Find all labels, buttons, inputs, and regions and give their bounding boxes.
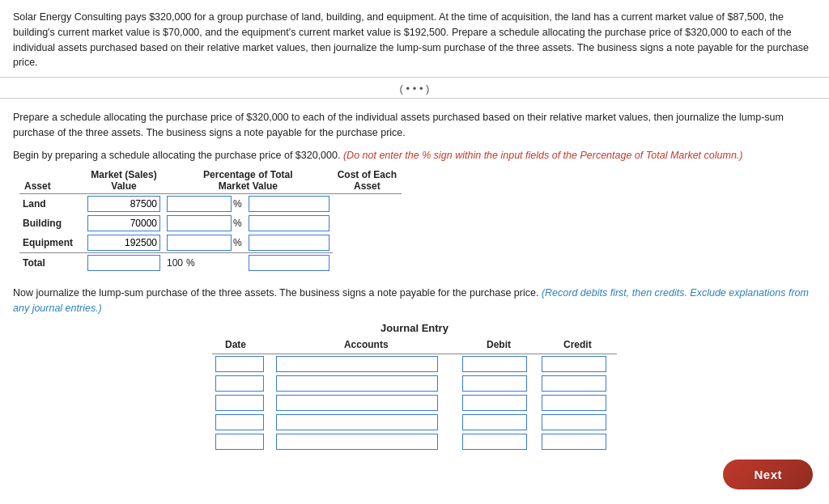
j-debit-input-3[interactable] [462, 395, 527, 411]
j-account-4[interactable] [273, 413, 459, 432]
land-cost-cell2[interactable] [245, 193, 333, 214]
j-credit-5[interactable] [538, 432, 617, 451]
journal-note-prefix: Now journalize the lump-sum purchase of … [13, 287, 538, 299]
col-market-line1: Market (Sales) [89, 169, 159, 180]
land-percent-input[interactable] [167, 196, 232, 212]
equipment-cost-input[interactable] [249, 235, 329, 251]
j-debit-5[interactable] [459, 432, 538, 451]
asset-land-label: Land [19, 193, 84, 214]
j-date-input-2[interactable] [215, 375, 264, 392]
j-date-1[interactable] [212, 354, 273, 375]
next-button-container: Next [723, 460, 813, 489]
schedule-table: Asset Market (Sales) Value Percentage of… [19, 167, 402, 273]
total-market-input[interactable] [87, 255, 160, 271]
j-debit-3[interactable] [459, 393, 538, 413]
j-debit-input-1[interactable] [462, 356, 527, 372]
equipment-percent-input[interactable] [167, 235, 232, 251]
j-account-3[interactable] [273, 393, 459, 413]
schedule-note: Begin by preparing a schedule allocating… [13, 150, 816, 161]
building-cost-input[interactable] [249, 215, 329, 231]
j-date-3[interactable] [212, 393, 273, 413]
j-debit-input-5[interactable] [462, 434, 527, 450]
col-market-header: Market (Sales) Value [84, 167, 164, 194]
journal-col-date: Date [212, 337, 273, 354]
table-row-total: Total 100 % [19, 252, 402, 273]
j-account-2[interactable] [273, 374, 459, 393]
j-credit-4[interactable] [538, 413, 617, 432]
j-credit-input-3[interactable] [542, 395, 606, 411]
total-market-cell[interactable] [84, 252, 164, 273]
table-row: Equipment % [19, 233, 402, 253]
j-credit-1[interactable] [538, 354, 617, 375]
j-account-1[interactable] [273, 354, 459, 375]
equipment-percent-cell[interactable]: % [164, 233, 245, 253]
j-date-4[interactable] [212, 413, 273, 432]
j-debit-2[interactable] [459, 374, 538, 393]
j-credit-input-1[interactable] [542, 356, 606, 372]
j-credit-3[interactable] [538, 393, 617, 413]
j-account-input-4[interactable] [276, 414, 438, 430]
page-container: Solar Energy Consulting pays $320,000 fo… [0, 0, 829, 504]
total-cost-input[interactable] [249, 255, 329, 271]
building-market-input[interactable] [87, 215, 160, 231]
building-percent-symbol: % [233, 218, 242, 229]
building-percent-cell[interactable]: % [164, 214, 245, 233]
j-date-input-3[interactable] [215, 395, 264, 411]
equipment-market-cell[interactable] [84, 233, 164, 253]
land-market-input[interactable] [87, 196, 160, 212]
ellipsis-divider: ( • • • ) [0, 78, 829, 99]
equipment-cost-cell[interactable] [245, 233, 333, 253]
land-percent-symbol: % [233, 198, 242, 210]
j-credit-input-2[interactable] [542, 375, 606, 392]
main-content: Prepare a schedule allocating the purcha… [0, 99, 829, 451]
journal-row [212, 413, 617, 432]
j-date-5[interactable] [212, 432, 273, 451]
j-date-input-4[interactable] [215, 414, 264, 430]
instruction-2-note: (Do not enter the % sign within the inpu… [343, 150, 743, 161]
col-cost-line1: Cost of Each [338, 169, 397, 180]
instruction-1-text: Prepare a schedule allocating the purcha… [13, 112, 784, 138]
journal-row [212, 393, 617, 413]
building-cost-cell[interactable] [245, 214, 333, 233]
j-date-2[interactable] [212, 374, 273, 393]
j-account-5[interactable] [273, 432, 459, 451]
j-account-input-3[interactable] [276, 395, 438, 411]
land-cost-input[interactable] [249, 196, 329, 212]
next-button[interactable]: Next [723, 460, 813, 489]
j-debit-4[interactable] [459, 413, 538, 432]
journal-section: Now journalize the lump-sum purchase of … [13, 286, 816, 452]
j-account-input-2[interactable] [276, 375, 438, 392]
j-credit-input-4[interactable] [542, 414, 606, 430]
land-percent-cell[interactable]: % [164, 193, 245, 214]
asset-total-label: Total [19, 252, 84, 273]
j-debit-input-4[interactable] [462, 414, 527, 430]
j-credit-2[interactable] [538, 374, 617, 393]
problem-text: Solar Energy Consulting pays $320,000 fo… [0, 0, 829, 78]
total-cost-cell[interactable] [245, 252, 333, 273]
equipment-percent-symbol: % [233, 237, 242, 248]
journal-col-accounts: Accounts [273, 337, 459, 354]
j-debit-1[interactable] [459, 354, 538, 375]
j-credit-input-5[interactable] [542, 434, 606, 450]
journal-table: Date Accounts Debit Credit [212, 337, 617, 451]
problem-statement: Solar Energy Consulting pays $320,000 fo… [13, 11, 809, 68]
building-market-cell[interactable] [84, 214, 164, 233]
col-cost-line2: Asset [338, 180, 397, 192]
instruction-2-text: Begin by preparing a schedule allocating… [13, 150, 340, 161]
j-date-input-5[interactable] [215, 434, 264, 450]
total-percent-fixed: 100 [167, 257, 185, 269]
building-percent-input[interactable] [167, 215, 232, 231]
j-account-input-1[interactable] [276, 356, 438, 372]
j-account-input-5[interactable] [276, 434, 438, 450]
equipment-market-input[interactable] [87, 235, 160, 251]
journal-row [212, 374, 617, 393]
land-market-cell[interactable] [84, 193, 164, 214]
journal-row [212, 354, 617, 375]
schedule-section: Asset Market (Sales) Value Percentage of… [13, 167, 816, 273]
table-row: Building % [19, 214, 402, 233]
j-date-input-1[interactable] [215, 356, 264, 372]
col-cost-header: Cost of Each Asset [333, 167, 402, 194]
journal-row [212, 432, 617, 451]
asset-equipment-label: Equipment [19, 233, 84, 253]
j-debit-input-2[interactable] [462, 375, 527, 392]
